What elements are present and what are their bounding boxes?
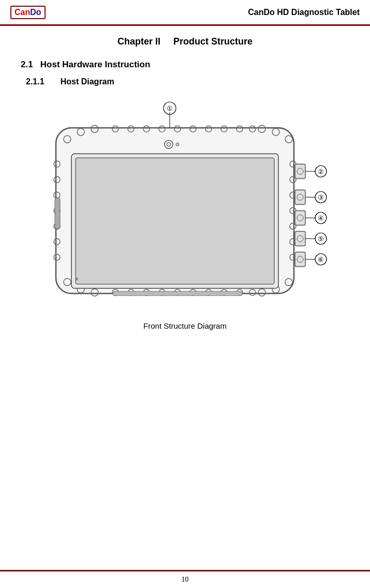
- svg-rect-63: [295, 190, 305, 204]
- section-title: 2.1 Host Hardware Instruction: [21, 60, 349, 70]
- diagram-caption: Front Structure Diagram: [143, 321, 227, 330]
- subsection-title: 2.1.1 Host Diagram: [21, 77, 349, 86]
- svg-rect-78: [295, 252, 305, 267]
- svg-point-57: [75, 277, 78, 281]
- svg-rect-73: [295, 231, 305, 246]
- svg-text:①: ①: [167, 105, 173, 112]
- svg-text:⑤: ⑤: [318, 235, 324, 243]
- svg-rect-56: [113, 291, 242, 296]
- svg-text:⑥: ⑥: [318, 256, 324, 263]
- logo-can: Can: [14, 8, 30, 17]
- chapter-subtitle: Product Structure: [173, 36, 253, 47]
- logo-do: Do: [30, 8, 41, 17]
- diagram-container: ①: [21, 97, 349, 330]
- svg-text:④: ④: [318, 214, 324, 222]
- svg-rect-68: [295, 211, 305, 225]
- svg-text:②: ②: [318, 168, 324, 175]
- page-number: 10: [182, 576, 189, 583]
- main-content: Chapter II Product Structure 2.1 Host Ha…: [0, 26, 370, 341]
- tablet-diagram: ①: [35, 97, 335, 314]
- svg-rect-54: [76, 158, 274, 284]
- svg-point-51: [167, 142, 171, 146]
- page-header: Can Do CanDo HD Diagnostic Tablet: [0, 0, 370, 26]
- svg-text:③: ③: [318, 194, 324, 201]
- header-title: CanDo HD Diagnostic Tablet: [248, 8, 360, 17]
- svg-rect-55: [55, 198, 60, 229]
- svg-point-52: [176, 143, 179, 146]
- tablet-svg: ①: [35, 97, 335, 314]
- page-footer: 10: [0, 570, 370, 588]
- logo-area: Can Do: [10, 6, 46, 19]
- svg-rect-58: [295, 164, 305, 179]
- chapter-label: Chapter II: [117, 36, 160, 47]
- chapter-title: Chapter II Product Structure: [21, 36, 349, 47]
- logo-box: Can Do: [10, 6, 46, 19]
